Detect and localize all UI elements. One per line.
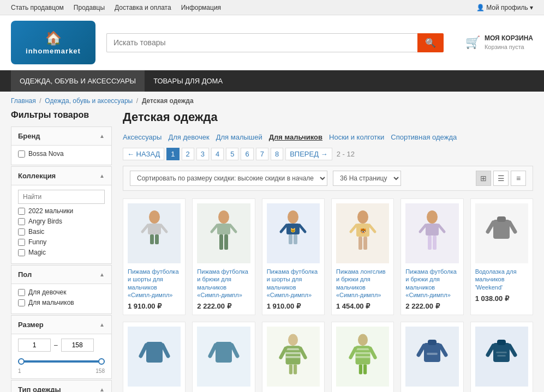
sort-selects: Сортировать по размеру скидки: высокие с…	[130, 171, 401, 186]
cart-title: МОЯ КОРЗИНА	[485, 34, 533, 43]
product-card: Водолазка для мальчиков 'Weekend'	[470, 322, 533, 392]
tab-boys[interactable]: Для мальчиков	[269, 132, 322, 142]
product-price: 1 454.00 ₽	[336, 302, 389, 310]
product-name[interactable]: Водолазка для мальчиков 'Weekend'	[475, 268, 528, 291]
product-svg	[207, 209, 240, 258]
pagination-page-8[interactable]: 8	[271, 148, 283, 160]
pagination-page-3[interactable]: 3	[196, 148, 209, 160]
pagination-page-2[interactable]: 2	[182, 148, 194, 160]
filter-size-header[interactable]: Размер ▲	[11, 316, 111, 334]
breadcrumb-home[interactable]: Главная	[11, 97, 36, 105]
logo[interactable]: 🏠 inhomemarket	[11, 21, 95, 64]
pagination-page-7[interactable]: 7	[256, 148, 268, 160]
gender-boys-checkbox[interactable]	[18, 299, 25, 306]
view-grid-icon[interactable]: ⊞	[476, 171, 491, 186]
svg-rect-60	[424, 343, 440, 362]
tab-sport[interactable]: Спортивная одежда	[391, 132, 457, 142]
cart-info: МОЯ КОРЗИНА Корзина пуста	[485, 34, 533, 51]
nav-home[interactable]: ТОВАРЫ ДЛЯ ДОМА	[145, 70, 231, 92]
product-image	[267, 327, 320, 387]
filter-clothing-type-header[interactable]: Тип одежды ▲	[11, 381, 111, 392]
breadcrumb-clothing[interactable]: Одежда, обувь и аксессуары	[45, 97, 133, 105]
svg-line-24	[351, 225, 356, 232]
view-list-icon[interactable]: ☰	[493, 171, 509, 186]
filter-collection-header[interactable]: Коллекция ▲	[11, 167, 111, 185]
product-svg	[485, 332, 518, 381]
product-name[interactable]: Пижама футболка и брюки для мальчиков «С…	[405, 268, 458, 299]
range-labels: 1 158	[18, 368, 105, 374]
svg-rect-55	[355, 356, 370, 358]
sort-select[interactable]: Сортировать по размеру скидки: высокие с…	[130, 171, 327, 186]
range-thumb-right[interactable]	[98, 358, 105, 365]
collection-angry-birds-checkbox[interactable]	[18, 218, 25, 225]
product-image	[128, 327, 181, 387]
svg-rect-1	[148, 224, 161, 234]
size-min-input[interactable]: 1	[18, 339, 51, 352]
collection-2022-checkbox[interactable]	[18, 208, 25, 215]
nav-sellers[interactable]: Продавцы	[74, 4, 105, 11]
gender-girls-checkbox[interactable]	[18, 289, 25, 296]
view-rows-icon[interactable]: ≡	[511, 171, 526, 186]
tab-socks[interactable]: Носки и колготки	[329, 132, 384, 142]
svg-line-40	[210, 345, 216, 356]
svg-rect-32	[493, 220, 510, 239]
svg-rect-27	[426, 224, 439, 236]
nav-seller[interactable]: Стать продавцом	[11, 4, 64, 11]
collection-angry-birds-label: Angry Birds	[28, 218, 62, 225]
nav-delivery[interactable]: Доставка и оплата	[115, 4, 171, 11]
breadcrumb-current: Детская одежда	[142, 97, 194, 105]
range-thumb-left[interactable]	[18, 358, 25, 365]
size-max-input[interactable]: 158	[61, 339, 94, 352]
collection-magic-checkbox[interactable]	[18, 249, 25, 256]
svg-rect-49	[289, 365, 292, 375]
svg-line-69	[488, 346, 493, 355]
tab-toddlers[interactable]: Для малышей	[216, 132, 262, 142]
filter-brand-header[interactable]: Бренд ▲	[11, 127, 111, 146]
search-input[interactable]	[106, 33, 417, 52]
nav-clothing[interactable]: ОДЕЖДА, ОБУВЬ И АКСЕССУАРЫ	[11, 70, 145, 92]
pagination-page-5[interactable]: 5	[226, 148, 238, 160]
collection-funny-checkbox[interactable]	[18, 239, 25, 246]
product-name[interactable]: Пижама лонгслив и брюки для мальчиков «С…	[336, 268, 389, 299]
svg-line-10	[212, 225, 217, 232]
top-nav-right: 👤 Мой профиль ▾	[476, 3, 533, 11]
tab-accessories[interactable]: Аксессуары	[123, 132, 162, 142]
filter-gender-header[interactable]: Пол ▲	[11, 266, 111, 284]
svg-line-41	[232, 345, 237, 356]
brand-bossa-nova: Bossa Nova	[18, 150, 105, 158]
svg-rect-7	[217, 224, 230, 234]
svg-line-38	[163, 345, 168, 356]
pagination-page-6[interactable]: 6	[241, 148, 253, 160]
product-name[interactable]: Пижама футболка и шорты для мальчиков «С…	[267, 268, 320, 299]
brand-bossa-nova-checkbox[interactable]	[18, 150, 25, 158]
product-name[interactable]: Пижама футболка и шорты для мальчиков «С…	[128, 268, 181, 299]
filter-gender-body: Для девочек Для мальчиков	[11, 284, 111, 313]
filter-brand: Бренд ▲ Bossa Nova	[11, 126, 112, 165]
cart[interactable]: 🛒 МОЯ КОРЗИНА Корзина пуста	[465, 34, 533, 51]
filter-gender-label: Пол	[18, 270, 32, 279]
breadcrumb: Главная / Одежда, обувь и аксессуары / Д…	[0, 92, 544, 110]
search-button[interactable]: 🔍	[417, 33, 444, 52]
collection-search[interactable]	[18, 190, 105, 204]
pagination-page-4[interactable]: 4	[211, 148, 224, 160]
svg-point-12	[288, 210, 298, 224]
collection-basic-label: Basic	[28, 228, 44, 236]
size-slider[interactable]	[18, 356, 105, 367]
profile-link[interactable]: 👤 Мой профиль ▾	[476, 4, 533, 11]
pagination-next[interactable]: ВПЕРЕД →	[285, 148, 332, 160]
svg-rect-22	[358, 237, 362, 250]
svg-point-0	[149, 210, 160, 224]
product-name[interactable]: Пижама футболка и брюки для мальчиков «С…	[197, 268, 250, 299]
product-card: Пижама футболка и брюки для мальчиков «С…	[400, 198, 463, 315]
nav-info[interactable]: Информация	[181, 4, 221, 11]
per-page-select[interactable]: 36 На страницу 24 На страницу 48 На стра…	[333, 171, 401, 186]
product-card: Водолазка для мальчиков 'Weekend' 1 038.…	[470, 198, 533, 315]
pagination-prev[interactable]: ← НАЗАД	[123, 148, 164, 160]
svg-line-11	[230, 225, 236, 232]
product-svg	[138, 209, 171, 258]
filter-brand-label: Бренд	[18, 132, 40, 140]
collection-basic-checkbox[interactable]	[18, 228, 25, 236]
pagination-page-1[interactable]: 1	[166, 148, 179, 160]
tab-girls[interactable]: Для девочек	[168, 132, 209, 142]
svg-rect-3	[155, 234, 159, 244]
